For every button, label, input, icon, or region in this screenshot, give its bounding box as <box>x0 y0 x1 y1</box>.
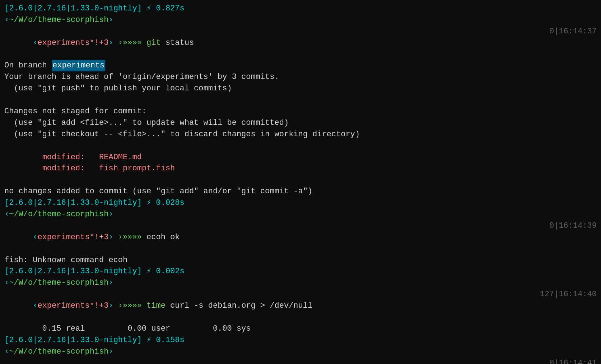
prompt-branch-ecoh: experiments*!+3 <box>37 233 108 242</box>
path-close-4: › <box>108 346 113 358</box>
path-line-2: ‹~/W/o/theme-scorphish› <box>4 209 597 220</box>
path-line-4: ‹~/W/o/theme-scorphish› <box>4 346 597 358</box>
prompt-git-status: ‹experiments*!+3› ›»»»» git status 0|16:… <box>4 26 597 60</box>
path-inner-1: ~/W/o/theme-scorphish <box>9 14 108 26</box>
prompt-branch-time: experiments*!+3 <box>37 301 108 310</box>
prompt-arrows-time: ›»»»» <box>113 301 146 310</box>
no-changes-text: no changes added to commit (use "git add… <box>4 186 312 197</box>
right-status-ecoh: 0|16:14:39 <box>549 220 597 255</box>
modified-indent-2 <box>4 163 42 174</box>
time-output-line: 0.15 real 0.00 user 0.00 sys <box>4 323 597 335</box>
modified-indent <box>4 152 42 163</box>
use-checkout-line: (use "git checkout -- <file>..." to disc… <box>4 129 597 140</box>
version-bar-3: [2.6.0|2.7.16|1.33.0-nightly] ⚡ 0.002s <box>4 266 597 277</box>
prompt-left-time: ‹experiments*!+3› ›»»»» time curl -s deb… <box>4 289 312 323</box>
modified-file-1: README.md <box>99 152 142 163</box>
prompt-rbracket-ecoh: › <box>108 233 113 242</box>
use-push-line: (use "git push" to publish your local co… <box>4 83 597 94</box>
prompt-empty: ‹experiments*!+3› ›»»»» 0|16:14:41 <box>4 358 597 364</box>
prompt-rbracket-time: › <box>108 301 113 310</box>
version-text-1: [2.6.0|2.7.16|1.33.0-nightly] ⚡ 0.827s <box>4 3 185 14</box>
cmd-curl: curl -s debian.org > /dev/null <box>166 301 312 310</box>
cmd-time: time <box>146 301 166 310</box>
version-bar-4: [2.6.0|2.7.16|1.33.0-nightly] ⚡ 0.158s <box>4 335 597 346</box>
prompt-lbracket-time: ‹ <box>33 301 37 310</box>
prompt-branch-3: experiments*!+3 <box>37 38 108 47</box>
use-add-line: (use "git add <file>..." to update what … <box>4 117 597 129</box>
version-text-2: [2.6.0|2.7.16|1.33.0-nightly] ⚡ 0.028s <box>4 197 185 209</box>
prompt-lbracket-ecoh: ‹ <box>33 233 37 242</box>
prompt-rbracket-3: › <box>108 38 113 47</box>
ahead-line: Your branch is ahead of 'origin/experime… <box>4 71 597 83</box>
path-close-1: › <box>108 14 113 26</box>
no-changes-line: no changes added to commit (use "git add… <box>4 186 597 197</box>
path-text-4a: ‹ <box>4 346 9 358</box>
modified-readme-line: modified: README.md <box>4 152 597 163</box>
blank-line-1 <box>4 94 597 106</box>
path-close-2: › <box>108 209 113 220</box>
on-branch-text: On branch <box>4 60 52 71</box>
prompt-left-3: ‹experiments*!+3› ›»»»» git status <box>4 26 194 60</box>
prompt-time: ‹experiments*!+3› ›»»»» time curl -s deb… <box>4 289 597 323</box>
right-status-empty: 0|16:14:41 <box>549 358 597 364</box>
prompt-arrows-3: ›»»»» <box>113 38 146 47</box>
path-inner-3: ~/W/o/theme-scorphish <box>9 277 108 289</box>
blank-line-2 <box>4 140 597 152</box>
blank-line-3 <box>4 174 597 186</box>
path-text-2a: ‹ <box>4 209 9 220</box>
version-bar-2: [2.6.0|2.7.16|1.33.0-nightly] ⚡ 0.028s <box>4 197 597 209</box>
use-add-text: (use "git add <file>..." to update what … <box>4 117 289 129</box>
prompt-left-ecoh: ‹experiments*!+3› ›»»»» ecoh ok <box>4 220 180 255</box>
path-inner-4: ~/W/o/theme-scorphish <box>9 346 108 358</box>
use-checkout-text: (use "git checkout -- <file>..." to disc… <box>4 129 360 140</box>
version-text-3: [2.6.0|2.7.16|1.33.0-nightly] ⚡ 0.002s <box>4 266 185 277</box>
ahead-text: Your branch is ahead of 'origin/experime… <box>4 71 279 83</box>
fish-error-line: fish: Unknown command ecoh <box>4 255 597 266</box>
prompt-ecoh: ‹experiments*!+3› ›»»»» ecoh ok 0|16:14:… <box>4 220 597 255</box>
path-inner-2: ~/W/o/theme-scorphish <box>9 209 108 220</box>
prompt-lbracket-3: ‹ <box>33 38 37 47</box>
path-line-3: ‹~/W/o/theme-scorphish› <box>4 277 597 289</box>
changes-text: Changes not staged for commit: <box>4 106 146 117</box>
version-bar-1: [2.6.0|2.7.16|1.33.0-nightly] ⚡ 0.827s <box>4 3 597 14</box>
on-branch-line: On branch experiments <box>4 60 597 71</box>
prompt-left-empty: ‹experiments*!+3› ›»»»» <box>4 358 151 364</box>
time-output-text: 0.15 real 0.00 user 0.00 sys <box>4 323 251 335</box>
cmd-rest-3: status <box>161 38 194 47</box>
right-status-3: 0|16:14:37 <box>549 26 597 60</box>
path-line-1: ‹~/W/o/theme-scorphish› <box>4 14 597 26</box>
version-text-4: [2.6.0|2.7.16|1.33.0-nightly] ⚡ 0.158s <box>4 335 185 346</box>
prompt-arrows-ecoh: ›»»»» <box>113 233 146 242</box>
modified-file-2: fish_prompt.fish <box>99 163 175 174</box>
terminal: [2.6.0|2.7.16|1.33.0-nightly] ⚡ 0.827s ‹… <box>4 3 597 364</box>
modified-label-2: modified: <box>42 163 99 174</box>
modified-fish-line: modified: fish_prompt.fish <box>4 163 597 174</box>
cmd-ecoh: ecoh ok <box>146 233 180 242</box>
changes-line: Changes not staged for commit: <box>4 106 597 117</box>
right-status-time: 127|16:14:40 <box>540 289 597 323</box>
path-text-1: ‹ <box>4 14 9 26</box>
path-text-3a: ‹ <box>4 277 9 289</box>
cmd-word-3: git <box>146 38 161 47</box>
fish-error-text: fish: Unknown command ecoh <box>4 255 127 266</box>
path-close-3: › <box>108 277 113 289</box>
branch-name-highlighted: experiments <box>52 60 105 71</box>
use-push-text: (use "git push" to publish your local co… <box>4 83 232 94</box>
modified-label-1: modified: <box>42 152 99 163</box>
